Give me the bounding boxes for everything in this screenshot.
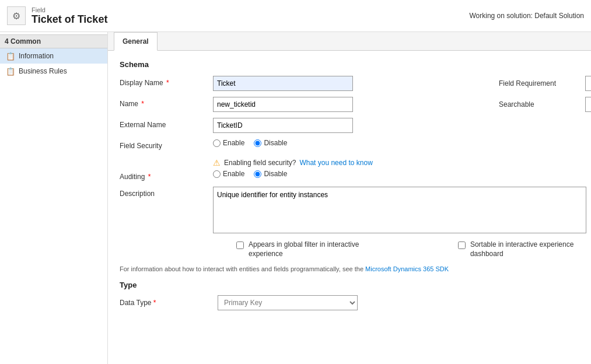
page-title: Ticket of Ticket: [32, 13, 107, 26]
content-area: General Schema Display Name *: [108, 32, 591, 364]
type-title: Type: [120, 281, 579, 289]
field-security-disable-label: Disable: [264, 139, 287, 147]
sdk-link[interactable]: Microsoft Dynamics 365 SDK: [365, 265, 449, 272]
auditing-required: *: [146, 173, 151, 181]
name-input[interactable]: [213, 97, 353, 112]
field-security-enable-label: Enable: [223, 139, 244, 147]
description-label: Description: [120, 187, 213, 198]
info-text: For information about how to interact wi…: [120, 265, 579, 272]
checkbox-section: Appears in global filter in interactive …: [120, 240, 579, 258]
data-type-select[interactable]: Primary Key Single Line of Text Whole Nu…: [218, 295, 358, 310]
sidebar-item-business-rules[interactable]: 📋 Business Rules: [0, 64, 107, 79]
searchable-label: Searchable: [499, 100, 580, 108]
warning-text: Enabling field security?: [224, 159, 296, 167]
field-security-warning: ⚠ Enabling field security? What you need…: [120, 156, 579, 170]
searchable-select[interactable]: Yes No: [585, 97, 591, 112]
auditing-field: Enable Disable: [213, 170, 579, 178]
appears-in-global-filter-checkbox[interactable]: [236, 242, 244, 249]
data-type-label: Data Type *: [120, 299, 213, 307]
name-field-pair: Searchable Yes No: [213, 97, 591, 112]
name-label: Name *: [120, 97, 213, 108]
name-field-left: [213, 97, 481, 112]
field-security-label: Field Security: [120, 139, 213, 150]
field-security-disable-radio[interactable]: [254, 139, 261, 147]
sortable-item: Sortable in interactive experience dashb…: [458, 240, 579, 258]
working-on-label: Working on solution: Default Solution: [469, 12, 584, 20]
header: ⚙ Field Ticket of Ticket Working on solu…: [0, 0, 591, 32]
auditing-radio-group: Enable Disable: [213, 170, 287, 178]
name-required: *: [139, 100, 144, 108]
auditing-enable-radio[interactable]: [213, 170, 221, 178]
business-rules-icon: 📋: [6, 66, 15, 76]
warning-icon: ⚠: [213, 158, 221, 167]
information-icon: 📋: [6, 51, 15, 61]
sortable-label: Sortable in interactive experience dashb…: [470, 240, 579, 258]
appears-in-global-filter-label: Appears in global filter in interactive …: [249, 240, 364, 258]
warning-link[interactable]: What you need to know: [299, 159, 372, 167]
gear-icon: ⚙: [7, 6, 26, 25]
display-name-field-left: [213, 76, 481, 91]
description-row: Description Unique identifier for entity…: [120, 187, 579, 233]
schema-title: Schema: [120, 60, 579, 69]
external-name-field: [213, 118, 579, 133]
auditing-disable-option[interactable]: Disable: [254, 170, 287, 178]
appears-in-global-filter-item: Appears in global filter in interactive …: [236, 240, 364, 258]
external-name-input[interactable]: [213, 118, 353, 133]
display-name-field-pair: Field Requirement System Required Busine…: [213, 76, 591, 91]
field-security-radio-group: Enable Disable: [213, 139, 287, 147]
sidebar-item-information[interactable]: 📋 Information: [0, 48, 107, 64]
sortable-checkbox[interactable]: [458, 242, 466, 249]
auditing-disable-radio[interactable]: [254, 170, 261, 178]
display-name-row: Display Name * Field Requirement System …: [120, 76, 579, 91]
auditing-enable-label: Enable: [223, 170, 244, 178]
name-row: Name * Searchable Yes No: [120, 97, 579, 112]
sidebar-item-information-label: Information: [19, 52, 54, 60]
auditing-disable-label: Disable: [264, 170, 287, 178]
auditing-enable-option[interactable]: Enable: [213, 170, 244, 178]
type-section: Type Data Type * Primary Key Single Line…: [120, 281, 579, 310]
external-name-label: External Name: [120, 118, 213, 129]
display-name-input[interactable]: [213, 76, 353, 91]
display-name-label: Display Name *: [120, 76, 213, 87]
info-text-prefix: For information about how to interact wi…: [120, 265, 363, 272]
description-textarea[interactable]: Unique identifier for entity instances: [213, 187, 586, 233]
main-layout: 4 Common 📋 Information 📋 Business Rules …: [0, 32, 591, 364]
tab-general[interactable]: General: [114, 32, 158, 51]
field-requirement-field: Field Requirement System Required Busine…: [499, 76, 591, 91]
sidebar-section-common: 4 Common 📋 Information 📋 Business Rules: [0, 32, 107, 81]
searchable-field: Searchable Yes No: [499, 97, 591, 112]
tab-bar: General: [108, 32, 591, 51]
field-security-field: Enable Disable: [213, 139, 579, 147]
data-type-row: Data Type * Primary Key Single Line of T…: [120, 295, 579, 310]
display-name-required: *: [165, 79, 169, 87]
form-content: Schema Display Name * Field Requirement: [108, 51, 591, 326]
field-requirement-select[interactable]: System Required Business Required Busine…: [585, 76, 591, 91]
header-title-block: Field Ticket of Ticket: [32, 6, 107, 26]
header-left: ⚙ Field Ticket of Ticket: [7, 6, 107, 26]
sidebar-item-business-rules-label: Business Rules: [19, 67, 67, 75]
auditing-label: Auditing *: [120, 170, 213, 181]
field-security-row: Field Security Enable Disable: [120, 139, 579, 150]
sidebar: 4 Common 📋 Information 📋 Business Rules: [0, 32, 108, 364]
sidebar-section-header: 4 Common: [0, 34, 107, 48]
external-name-row: External Name: [120, 118, 579, 133]
header-subtitle: Field: [32, 6, 107, 13]
field-security-disable-option[interactable]: Disable: [254, 139, 287, 147]
auditing-row: Auditing * Enable Disable: [120, 170, 579, 181]
field-requirement-label: Field Requirement: [499, 79, 580, 88]
field-security-enable-option[interactable]: Enable: [213, 139, 244, 147]
description-field: Unique identifier for entity instances: [213, 187, 586, 233]
field-security-enable-radio[interactable]: [213, 139, 221, 147]
